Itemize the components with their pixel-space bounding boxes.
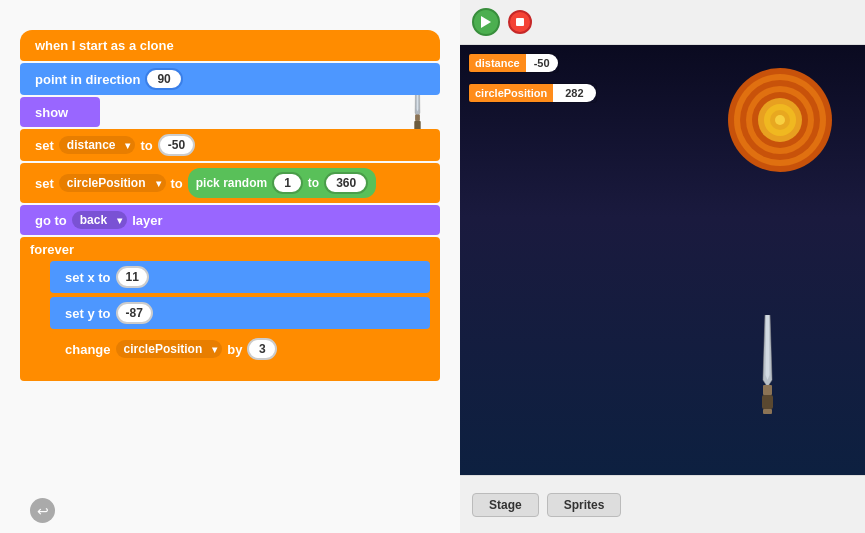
undo-button[interactable]: ↩ <box>30 498 55 523</box>
circle-pos-dropdown[interactable]: circlePosition <box>59 174 166 192</box>
stage-panel: distance -50 circlePosition 282 <box>460 0 865 533</box>
code-panel: when I start as a clone point in directi… <box>0 0 460 533</box>
distance-value[interactable]: -50 <box>158 134 195 156</box>
stage-top-bar <box>460 0 865 45</box>
svg-rect-0 <box>415 115 420 121</box>
svg-rect-15 <box>762 395 773 409</box>
distance-monitor: distance -50 <box>468 53 559 73</box>
green-flag-button[interactable] <box>472 8 500 36</box>
onion-target <box>725 65 835 175</box>
pick-random-block[interactable]: pick random 1 to 360 <box>188 168 376 198</box>
set-label1: set <box>35 138 54 153</box>
rand-to-label: to <box>308 176 319 190</box>
change-value[interactable]: 3 <box>247 338 277 360</box>
change-label: change <box>65 342 111 357</box>
hat-block[interactable]: when I start as a clone <box>20 30 440 61</box>
layer-dropdown[interactable]: back <box>72 211 127 229</box>
circle-pos-monitor-value: 282 <box>553 84 595 102</box>
go-to-label: go to <box>35 213 67 228</box>
to-label1: to <box>140 138 152 153</box>
show-block[interactable]: show <box>20 97 100 127</box>
circle-pos-dropdown2[interactable]: circlePosition <box>116 340 223 358</box>
svg-marker-3 <box>481 16 491 28</box>
set-x-block[interactable]: set x to 11 <box>50 261 430 293</box>
forever-bottom <box>30 369 60 381</box>
knife-stage-sprite <box>750 315 785 415</box>
go-to-layer-block[interactable]: go to back layer <box>20 205 440 235</box>
direction-value[interactable]: 90 <box>145 68 182 90</box>
stop-icon <box>515 17 525 27</box>
svg-rect-14 <box>763 385 772 395</box>
stage-bottom-btn2[interactable]: Sprites <box>547 493 622 517</box>
point-dir-label: point in direction <box>35 72 140 87</box>
circle-pos-monitor-label: circlePosition <box>469 84 553 102</box>
distance-dropdown[interactable]: distance <box>59 136 136 154</box>
distance-monitor-label: distance <box>469 54 526 72</box>
set-circle-pos-block[interactable]: set circlePosition to pick random 1 to 3… <box>20 163 440 203</box>
stage-bottom: Stage Sprites <box>460 475 865 533</box>
circle-pos-monitor: circlePosition 282 <box>468 83 597 103</box>
svg-point-13 <box>775 115 785 125</box>
show-label: show <box>35 105 68 120</box>
layer-label: layer <box>132 213 162 228</box>
rand-to[interactable]: 360 <box>324 172 368 194</box>
rand-from[interactable]: 1 <box>272 172 303 194</box>
set-distance-block[interactable]: set distance to -50 <box>20 129 440 161</box>
stage-area: distance -50 circlePosition 282 <box>460 45 865 475</box>
y-value[interactable]: -87 <box>116 302 153 324</box>
set-x-label: set x to <box>65 270 111 285</box>
to-label2: to <box>171 176 183 191</box>
distance-monitor-value: -50 <box>526 54 558 72</box>
change-circle-pos-block[interactable]: change circlePosition by 3 <box>50 333 430 365</box>
stop-button[interactable] <box>508 10 532 34</box>
svg-rect-16 <box>763 409 772 414</box>
forever-block-container: forever set x to 11 set y to -87 change <box>20 237 440 381</box>
by-label: by <box>227 342 242 357</box>
flag-icon <box>478 14 494 30</box>
forever-block[interactable]: forever set x to 11 set y to -87 change <box>20 237 440 381</box>
hat-label: when I start as a clone <box>35 38 174 53</box>
x-value[interactable]: 11 <box>116 266 149 288</box>
block-stack: when I start as a clone point in directi… <box>20 30 440 381</box>
point-direction-block[interactable]: point in direction 90 <box>20 63 440 95</box>
pick-random-label: pick random <box>196 176 267 190</box>
onion-svg <box>725 65 835 175</box>
svg-rect-4 <box>516 18 524 26</box>
set-y-label: set y to <box>65 306 111 321</box>
forever-inner: set x to 11 set y to -87 change circlePo… <box>50 257 430 369</box>
set-label2: set <box>35 176 54 191</box>
set-y-block[interactable]: set y to -87 <box>50 297 430 329</box>
forever-label: forever <box>30 242 74 257</box>
stage-bottom-btn1[interactable]: Stage <box>472 493 539 517</box>
